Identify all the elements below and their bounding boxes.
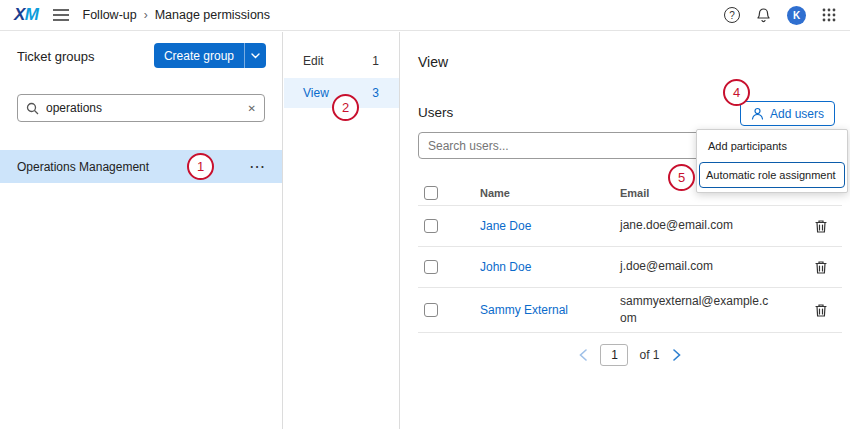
breadcrumb: Follow-up › Manage permissions — [83, 8, 271, 22]
annotation-step-5: 5 — [668, 164, 695, 191]
previous-page-button[interactable] — [577, 347, 589, 363]
xm-logo[interactable]: XM — [14, 5, 39, 25]
chevron-right-icon — [673, 349, 681, 361]
chevron-down-icon — [251, 53, 260, 59]
search-icon — [26, 102, 39, 115]
next-page-button[interactable] — [671, 347, 683, 363]
trash-icon — [814, 303, 828, 318]
user-name-link[interactable]: John Doe — [480, 260, 531, 274]
trash-icon — [814, 260, 828, 275]
help-icon: ? — [724, 7, 740, 23]
create-group-split-button: Create group — [154, 43, 266, 68]
trash-icon — [814, 219, 828, 234]
global-menu-icon[interactable] — [53, 9, 69, 21]
view-permissions-panel: View Users Add users Add participants Au… — [401, 32, 850, 429]
user-name-link[interactable]: Jane Doe — [480, 219, 531, 233]
logo-letter-x: X — [14, 5, 25, 24]
breadcrumb-page: Manage permissions — [155, 8, 270, 22]
mode-view-label: View — [303, 86, 329, 100]
help-button[interactable]: ? — [724, 7, 740, 23]
user-email: sammyexternal@example.com — [620, 293, 770, 328]
delete-user-button[interactable] — [812, 217, 830, 236]
row-checkbox[interactable] — [424, 303, 438, 317]
add-user-icon — [751, 107, 764, 120]
user-email: j.doe@email.com — [620, 258, 770, 275]
page-count-label: of 1 — [639, 348, 659, 362]
bell-icon — [756, 7, 771, 23]
breadcrumb-section[interactable]: Follow-up — [83, 8, 137, 22]
account-button[interactable]: K — [787, 6, 806, 25]
top-bar: XM Follow-up › Manage permissions ? K — [0, 0, 850, 31]
clear-search-icon[interactable]: ✕ — [248, 103, 256, 114]
mode-view-count: 3 — [372, 86, 379, 100]
add-users-label: Add users — [770, 107, 824, 121]
delete-user-button[interactable] — [812, 258, 830, 277]
user-name-link[interactable]: Sammy External — [480, 303, 568, 317]
chevron-left-icon — [579, 349, 587, 361]
app-window: XM Follow-up › Manage permissions ? K — [0, 0, 850, 429]
logo-letter-m: M — [25, 5, 39, 24]
row-checkbox[interactable] — [424, 219, 438, 233]
users-section-title: Users — [418, 105, 453, 120]
table-row: Sammy External sammyexternal@example.com — [418, 288, 842, 333]
group-list-item[interactable]: Operations Management ⋯ — [0, 150, 282, 183]
ticket-groups-panel: Ticket groups Create group ✕ Operations … — [0, 32, 283, 429]
column-header-name: Name — [474, 187, 620, 199]
notifications-button[interactable] — [756, 7, 771, 23]
menu-item-add-participants[interactable]: Add participants — [697, 132, 847, 160]
avatar: K — [787, 6, 806, 25]
group-search-input[interactable] — [46, 101, 241, 115]
pagination: of 1 — [418, 344, 842, 366]
annotation-step-4: 4 — [723, 79, 750, 106]
group-name-label: Operations Management — [17, 160, 149, 174]
permissions-mode-panel: Edit 1 View 3 — [284, 32, 400, 429]
apps-grid-icon — [822, 8, 836, 22]
row-checkbox[interactable] — [424, 260, 438, 274]
annotation-step-2: 2 — [332, 94, 359, 121]
table-row: Jane Doe jane.doe@email.com — [418, 206, 842, 247]
mode-edit-label: Edit — [303, 54, 324, 68]
menu-item-automatic-role-assignment[interactable]: Automatic role assignment — [699, 162, 845, 188]
table-row: John Doe j.doe@email.com — [418, 247, 842, 288]
delete-user-button[interactable] — [812, 301, 830, 320]
add-users-button[interactable]: Add users — [740, 101, 835, 126]
page-number-input[interactable] — [600, 344, 628, 366]
create-group-button[interactable]: Create group — [154, 43, 244, 68]
users-table: Name Email Jane Doe jane.doe@email.com — [418, 180, 842, 333]
annotation-step-1: 1 — [187, 153, 214, 180]
add-users-menu: Add participants Automatic role assignme… — [696, 129, 848, 193]
ticket-groups-title: Ticket groups — [17, 49, 95, 64]
mode-edit-count: 1 — [372, 54, 379, 68]
select-all-checkbox[interactable] — [424, 186, 438, 200]
group-search-box: ✕ — [17, 94, 265, 122]
breadcrumb-chevron-icon: › — [144, 8, 148, 22]
topbar-actions: ? K — [724, 6, 836, 25]
panel-title: View — [418, 54, 448, 70]
apps-grid-button[interactable] — [822, 8, 836, 22]
create-group-dropdown-button[interactable] — [244, 43, 266, 68]
user-email: jane.doe@email.com — [620, 217, 770, 234]
mode-item-edit[interactable]: Edit 1 — [284, 46, 399, 76]
